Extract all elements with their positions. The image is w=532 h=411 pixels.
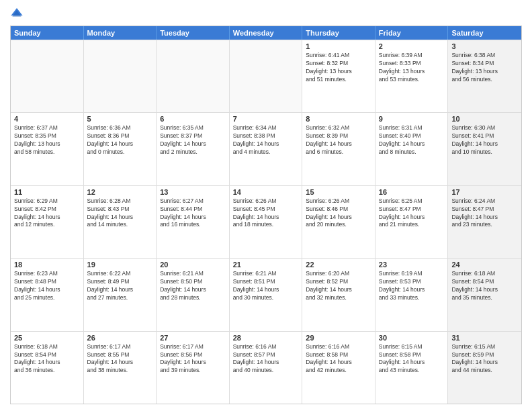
calendar-cell-18: 18Sunrise: 6:23 AM Sunset: 8:48 PM Dayli… [11, 259, 84, 330]
day-number-14: 14 [233, 188, 299, 196]
cell-info-2: Sunrise: 6:39 AM Sunset: 8:33 PM Dayligh… [379, 52, 445, 84]
cell-info-15: Sunrise: 6:26 AM Sunset: 8:46 PM Dayligh… [306, 197, 371, 230]
calendar-cell-29: 29Sunrise: 6:16 AM Sunset: 8:58 PM Dayli… [302, 332, 375, 404]
cell-info-30: Sunrise: 6:15 AM Sunset: 8:58 PM Dayligh… [379, 343, 445, 375]
calendar-cell-empty-0-2 [157, 40, 230, 112]
calendar-cell-22: 22Sunrise: 6:20 AM Sunset: 8:52 PM Dayli… [302, 259, 375, 330]
day-number-27: 27 [160, 334, 226, 342]
day-number-2: 2 [379, 42, 445, 50]
day-number-30: 30 [379, 334, 445, 342]
calendar-cell-empty-0-3 [230, 40, 303, 112]
cell-info-5: Sunrise: 6:36 AM Sunset: 8:36 PM Dayligh… [87, 124, 153, 156]
logo-icon [10, 7, 24, 20]
day-number-13: 13 [160, 188, 226, 196]
calendar-cell-empty-0-0 [11, 40, 84, 112]
calendar-cell-30: 30Sunrise: 6:15 AM Sunset: 8:58 PM Dayli… [375, 332, 449, 404]
calendar-row-1: 4Sunrise: 6:37 AM Sunset: 8:35 PM Daylig… [11, 112, 521, 185]
calendar-cell-2: 2Sunrise: 6:39 AM Sunset: 8:33 PM Daylig… [375, 40, 449, 112]
calendar-cell-9: 9Sunrise: 6:31 AM Sunset: 8:40 PM Daylig… [375, 113, 449, 185]
calendar: SundayMondayTuesdayWednesdayThursdayFrid… [10, 26, 522, 404]
day-number-23: 23 [379, 261, 445, 269]
cell-info-19: Sunrise: 6:22 AM Sunset: 8:49 PM Dayligh… [87, 270, 153, 302]
cell-info-6: Sunrise: 6:35 AM Sunset: 8:37 PM Dayligh… [160, 124, 226, 156]
calendar-cell-4: 4Sunrise: 6:37 AM Sunset: 8:35 PM Daylig… [11, 113, 84, 185]
day-number-3: 3 [451, 42, 518, 50]
calendar-header: SundayMondayTuesdayWednesdayThursdayFrid… [11, 26, 521, 40]
cell-info-21: Sunrise: 6:21 AM Sunset: 8:51 PM Dayligh… [233, 270, 299, 302]
calendar-cell-16: 16Sunrise: 6:25 AM Sunset: 8:47 PM Dayli… [375, 186, 449, 258]
cell-info-24: Sunrise: 6:18 AM Sunset: 8:54 PM Dayligh… [451, 270, 518, 302]
day-number-21: 21 [233, 261, 299, 269]
day-number-15: 15 [306, 188, 371, 196]
day-number-11: 11 [14, 188, 80, 196]
calendar-body: 1Sunrise: 6:41 AM Sunset: 8:32 PM Daylig… [11, 40, 521, 404]
calendar-cell-10: 10Sunrise: 6:30 AM Sunset: 8:41 PM Dayli… [448, 113, 521, 185]
cell-info-31: Sunrise: 6:15 AM Sunset: 8:59 PM Dayligh… [451, 343, 518, 375]
day-number-12: 12 [87, 188, 153, 196]
day-number-16: 16 [379, 188, 445, 196]
calendar-cell-25: 25Sunrise: 6:18 AM Sunset: 8:54 PM Dayli… [11, 332, 84, 404]
header-day-wednesday: Wednesday [230, 26, 303, 40]
cell-info-29: Sunrise: 6:16 AM Sunset: 8:58 PM Dayligh… [306, 343, 371, 375]
day-number-6: 6 [160, 115, 226, 123]
header-day-sunday: Sunday [11, 26, 84, 40]
calendar-cell-27: 27Sunrise: 6:17 AM Sunset: 8:56 PM Dayli… [157, 332, 230, 404]
calendar-cell-31: 31Sunrise: 6:15 AM Sunset: 8:59 PM Dayli… [448, 332, 521, 404]
cell-info-28: Sunrise: 6:16 AM Sunset: 8:57 PM Dayligh… [233, 343, 299, 375]
calendar-cell-7: 7Sunrise: 6:34 AM Sunset: 8:38 PM Daylig… [230, 113, 303, 185]
calendar-cell-3: 3Sunrise: 6:38 AM Sunset: 8:34 PM Daylig… [448, 40, 521, 112]
calendar-cell-26: 26Sunrise: 6:17 AM Sunset: 8:55 PM Dayli… [84, 332, 157, 404]
day-number-7: 7 [233, 115, 299, 123]
day-number-8: 8 [306, 115, 371, 123]
cell-info-23: Sunrise: 6:19 AM Sunset: 8:53 PM Dayligh… [379, 270, 445, 302]
calendar-cell-1: 1Sunrise: 6:41 AM Sunset: 8:32 PM Daylig… [302, 40, 375, 112]
cell-info-18: Sunrise: 6:23 AM Sunset: 8:48 PM Dayligh… [14, 270, 80, 302]
day-number-25: 25 [14, 334, 80, 342]
calendar-row-4: 25Sunrise: 6:18 AM Sunset: 8:54 PM Dayli… [11, 331, 521, 404]
calendar-cell-8: 8Sunrise: 6:32 AM Sunset: 8:39 PM Daylig… [302, 113, 375, 185]
calendar-cell-28: 28Sunrise: 6:16 AM Sunset: 8:57 PM Dayli… [230, 332, 303, 404]
cell-info-13: Sunrise: 6:27 AM Sunset: 8:44 PM Dayligh… [160, 197, 226, 230]
cell-info-7: Sunrise: 6:34 AM Sunset: 8:38 PM Dayligh… [233, 124, 299, 156]
day-number-9: 9 [379, 115, 445, 123]
day-number-20: 20 [160, 261, 226, 269]
header-day-tuesday: Tuesday [157, 26, 230, 40]
cell-info-25: Sunrise: 6:18 AM Sunset: 8:54 PM Dayligh… [14, 343, 80, 375]
calendar-cell-23: 23Sunrise: 6:19 AM Sunset: 8:53 PM Dayli… [375, 259, 449, 330]
cell-info-9: Sunrise: 6:31 AM Sunset: 8:40 PM Dayligh… [379, 124, 445, 156]
calendar-cell-14: 14Sunrise: 6:26 AM Sunset: 8:45 PM Dayli… [230, 186, 303, 258]
cell-info-8: Sunrise: 6:32 AM Sunset: 8:39 PM Dayligh… [306, 124, 371, 156]
day-number-5: 5 [87, 115, 153, 123]
day-number-22: 22 [306, 261, 371, 269]
cell-info-27: Sunrise: 6:17 AM Sunset: 8:56 PM Dayligh… [160, 343, 226, 375]
calendar-cell-21: 21Sunrise: 6:21 AM Sunset: 8:51 PM Dayli… [230, 259, 303, 330]
logo [10, 7, 26, 20]
calendar-cell-5: 5Sunrise: 6:36 AM Sunset: 8:36 PM Daylig… [84, 113, 157, 185]
day-number-29: 29 [306, 334, 371, 342]
calendar-cell-6: 6Sunrise: 6:35 AM Sunset: 8:37 PM Daylig… [157, 113, 230, 185]
calendar-cell-20: 20Sunrise: 6:21 AM Sunset: 8:50 PM Dayli… [157, 259, 230, 330]
calendar-row-0: 1Sunrise: 6:41 AM Sunset: 8:32 PM Daylig… [11, 40, 521, 112]
calendar-cell-24: 24Sunrise: 6:18 AM Sunset: 8:54 PM Dayli… [448, 259, 521, 330]
cell-info-16: Sunrise: 6:25 AM Sunset: 8:47 PM Dayligh… [379, 197, 445, 230]
cell-info-26: Sunrise: 6:17 AM Sunset: 8:55 PM Dayligh… [87, 343, 153, 375]
calendar-row-2: 11Sunrise: 6:29 AM Sunset: 8:42 PM Dayli… [11, 185, 521, 258]
day-number-24: 24 [451, 261, 518, 269]
cell-info-4: Sunrise: 6:37 AM Sunset: 8:35 PM Dayligh… [14, 124, 80, 156]
header-day-friday: Friday [375, 26, 449, 40]
cell-info-20: Sunrise: 6:21 AM Sunset: 8:50 PM Dayligh… [160, 270, 226, 302]
day-number-17: 17 [451, 188, 518, 196]
calendar-cell-11: 11Sunrise: 6:29 AM Sunset: 8:42 PM Dayli… [11, 186, 84, 258]
calendar-cell-13: 13Sunrise: 6:27 AM Sunset: 8:44 PM Dayli… [157, 186, 230, 258]
header-day-thursday: Thursday [302, 26, 375, 40]
header-day-saturday: Saturday [448, 26, 521, 40]
day-number-4: 4 [14, 115, 80, 123]
cell-info-10: Sunrise: 6:30 AM Sunset: 8:41 PM Dayligh… [451, 124, 518, 156]
day-number-1: 1 [306, 42, 371, 50]
day-number-28: 28 [233, 334, 299, 342]
calendar-row-3: 18Sunrise: 6:23 AM Sunset: 8:48 PM Dayli… [11, 258, 521, 330]
cell-info-12: Sunrise: 6:28 AM Sunset: 8:43 PM Dayligh… [87, 197, 153, 230]
calendar-cell-empty-0-1 [84, 40, 157, 112]
cell-info-3: Sunrise: 6:38 AM Sunset: 8:34 PM Dayligh… [451, 52, 518, 84]
day-number-26: 26 [87, 334, 153, 342]
